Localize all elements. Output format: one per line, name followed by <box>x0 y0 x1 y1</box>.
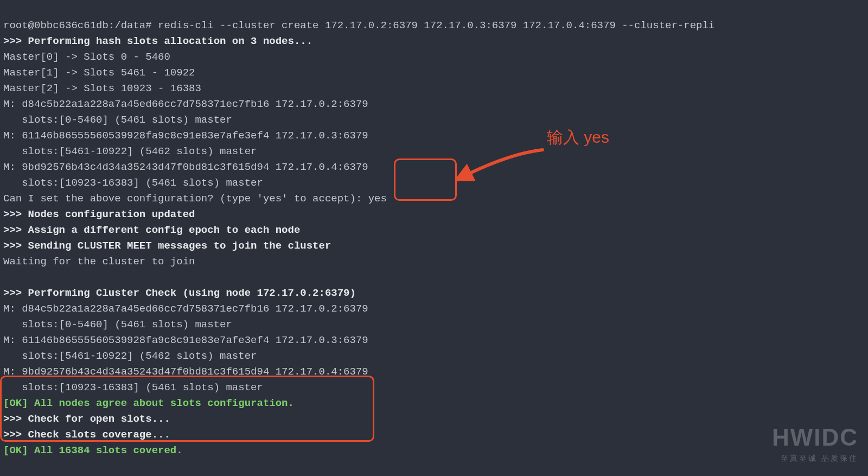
prompt-cwd: /data <box>114 20 145 31</box>
c3-node: M: 9bd92576b43c4d34a35243d47f0bd81c3f615… <box>3 366 368 378</box>
watermark-brand: HWIDC <box>772 426 858 449</box>
alloc-header: >>> Performing hash slots allocation on … <box>3 35 312 47</box>
m2-node: M: 61146b86555560539928fa9c8c91e83e7afe3… <box>3 130 368 142</box>
m1-slots: slots:[0-5460] (5461 slots) master <box>3 114 232 126</box>
ok-agree: [OK] All nodes agree about slots configu… <box>3 397 294 409</box>
prompt-line[interactable]: root@0bbc636c61db:/data# redis-cli --clu… <box>3 20 714 31</box>
terminal[interactable]: root@0bbc636c61db:/data# redis-cli --clu… <box>3 2 714 459</box>
master-1: Master[1] -> Slots 5461 - 10922 <box>3 67 195 79</box>
prompt-user-host: root@0bbc636c61db <box>3 20 108 31</box>
c1-slots: slots:[0-5460] (5461 slots) master <box>3 319 232 331</box>
annotation-label: 输入 yes <box>547 129 609 145</box>
waiting: Waiting for the cluster to join <box>3 256 195 268</box>
c2-slots: slots:[5461-10922] (5462 slots) master <box>3 350 257 362</box>
master-0: Master[0] -> Slots 0 - 5460 <box>3 51 170 63</box>
check-header: >>> Performing Cluster Check (using node… <box>3 287 356 299</box>
m3-slots: slots:[10923-16383] (5461 slots) master <box>3 177 263 189</box>
ok-covered: [OK] All 16384 slots covered. <box>3 445 183 456</box>
send-meet: >>> Sending CLUSTER MEET messages to joi… <box>3 240 331 252</box>
watermark-tagline: 至真至诚 品质保住 <box>772 450 858 466</box>
master-2: Master[2] -> Slots 10923 - 16383 <box>3 82 201 94</box>
check-open-slots: >>> Check for open slots... <box>3 413 170 425</box>
m3-node: M: 9bd92576b43c4d34a35243d47f0bd81c3f615… <box>3 161 368 173</box>
confirm-prompt: Can I set the above configuration? (type… <box>3 193 368 205</box>
c3-slots: slots:[10923-16383] (5461 slots) master <box>3 382 263 394</box>
assign-epoch: >>> Assign a different config epoch to e… <box>3 224 300 236</box>
command-text: redis-cli --cluster create 172.17.0.2:63… <box>158 20 714 31</box>
confirm-line[interactable]: Can I set the above configuration? (type… <box>3 193 387 205</box>
m2-slots: slots:[5461-10922] (5462 slots) master <box>3 145 257 157</box>
check-coverage: >>> Check slots coverage... <box>3 429 170 441</box>
m1-node: M: d84c5b22a1a228a7a45ed66cc7d758371ec7f… <box>3 98 368 110</box>
watermark: HWIDC 至真至诚 品质保住 <box>772 426 858 466</box>
nodes-updated: >>> Nodes configuration updated <box>3 208 195 220</box>
c1-node: M: d84c5b22a1a228a7a45ed66cc7d758371ec7f… <box>3 303 368 315</box>
confirm-input: yes <box>368 193 387 205</box>
c2-node: M: 61146b86555560539928fa9c8c91e83e7afe3… <box>3 334 368 346</box>
